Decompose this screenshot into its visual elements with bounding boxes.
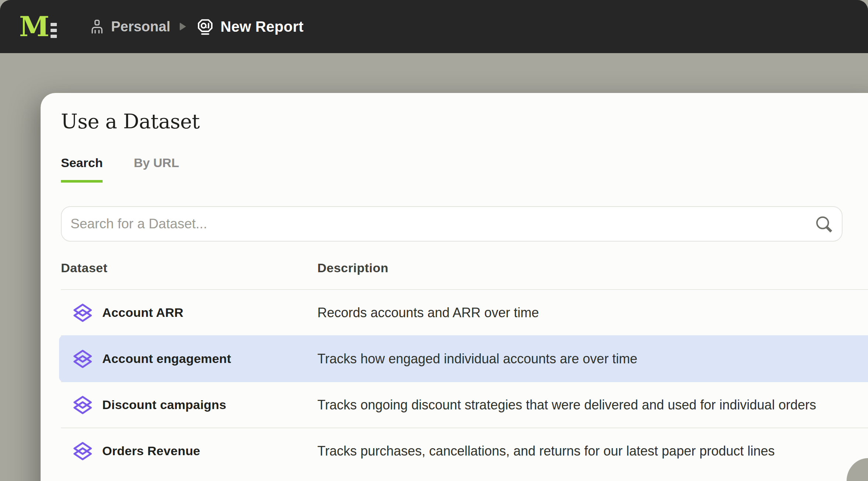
dataset-name: Account ARR xyxy=(102,305,183,320)
dataset-name-cell: Discount campaigns xyxy=(61,394,317,416)
mode-logo-m: M xyxy=(19,13,49,40)
dataset-icon xyxy=(72,348,93,370)
modal-tabs: Search By URL xyxy=(61,156,868,183)
dataset-icon xyxy=(72,440,93,462)
dataset-icon xyxy=(72,394,93,416)
dataset-name: Discount campaigns xyxy=(102,398,226,412)
dataset-description: Tracks purchases, cancellations, and ret… xyxy=(317,443,868,459)
chevron-right-icon xyxy=(180,23,186,31)
dataset-name: Account engagement xyxy=(102,352,231,366)
dataset-icon xyxy=(72,302,93,323)
tab-by-url[interactable]: By URL xyxy=(134,156,179,183)
dataset-description: Records accounts and ARR over time xyxy=(317,305,868,321)
dataset-table: Dataset Description Account ARR Records … xyxy=(61,242,868,474)
table-row-orders-revenue[interactable]: Orders Revenue Tracks purchases, cancell… xyxy=(61,428,868,474)
modal-title: Use a Dataset xyxy=(61,109,868,134)
dataset-name-cell: Orders Revenue xyxy=(61,440,317,462)
screen: M Personal xyxy=(0,0,868,481)
dataset-description: Tracks ongoing discount strategies that … xyxy=(317,397,868,413)
column-header-description: Description xyxy=(317,261,868,275)
top-bar: M Personal xyxy=(0,0,868,53)
breadcrumb-personal-label: Personal xyxy=(111,19,170,35)
column-header-dataset: Dataset xyxy=(61,261,317,275)
table-row-discount-campaigns[interactable]: Discount campaigns Tracks ongoing discou… xyxy=(61,382,868,428)
mode-logo[interactable]: M xyxy=(19,0,57,53)
search-icon[interactable] xyxy=(814,215,833,233)
breadcrumb-new-report-label: New Report xyxy=(220,18,303,35)
dataset-name-cell: Account ARR xyxy=(61,302,317,323)
breadcrumb: Personal New Report xyxy=(89,17,304,36)
tab-search[interactable]: Search xyxy=(61,156,103,183)
dataset-description: Tracks how engaged individual accounts a… xyxy=(317,351,868,367)
table-row-account-arr[interactable]: Account ARR Records accounts and ARR ove… xyxy=(61,290,868,335)
breadcrumb-new-report[interactable]: New Report xyxy=(196,17,303,36)
dataset-name-cell: Account engagement xyxy=(61,348,317,370)
table-row-account-engagement[interactable]: Account engagement Tracks how engaged in… xyxy=(61,336,868,381)
person-icon xyxy=(89,18,106,35)
breadcrumb-personal[interactable]: Personal xyxy=(89,18,170,35)
report-icon xyxy=(196,17,215,36)
table-header: Dataset Description xyxy=(61,242,868,289)
mode-logo-dashes-icon xyxy=(51,23,57,38)
dataset-name: Orders Revenue xyxy=(102,444,200,458)
search-input[interactable] xyxy=(61,206,843,242)
dataset-search xyxy=(61,206,843,242)
use-dataset-modal: Use a Dataset Search By URL Dataset Desc… xyxy=(41,93,868,481)
